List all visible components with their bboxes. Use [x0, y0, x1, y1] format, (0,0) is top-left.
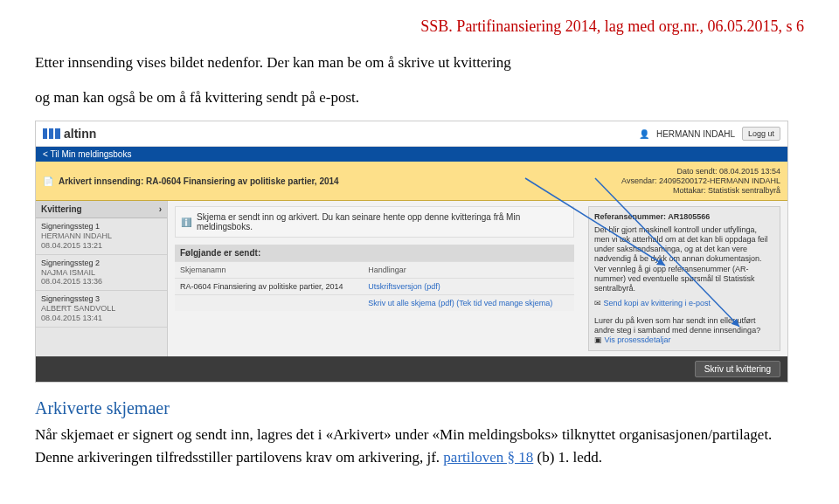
archive-title: Arkivert innsending: RA-0604 Finansierin…	[59, 176, 339, 186]
step-title: Signeringssteg 1	[41, 222, 162, 231]
step-ts: 08.04.2015 13:41	[41, 314, 162, 323]
schema-name-cell: RA-0604 Finansiering av politiske partie…	[175, 279, 363, 295]
meta-sender: Avsendar: 24095200172-HERMANN INDAHL	[621, 176, 780, 186]
body-text-a: Når skjemaet er signert og sendt inn, la…	[35, 426, 772, 466]
step-ts: 08.04.2015 13:36	[41, 277, 162, 287]
meta-sent: Dato sendt: 08.04.2015 13:54	[621, 167, 780, 176]
step-title: Signeringssteg 3	[41, 294, 162, 304]
body-text-c: (b) 1. ledd.	[537, 449, 603, 466]
step-name: NAJMA ISMAIL	[41, 268, 162, 278]
back-to-inbox-link[interactable]: < Til Min meldingsboks	[36, 147, 787, 162]
user-icon: 👤	[639, 129, 649, 139]
step-name: ALBERT SANDVOLL	[41, 304, 162, 314]
col-schema-name: Skjemanamn	[175, 262, 363, 279]
plus-icon: ▣	[594, 335, 602, 344]
partiloven-link[interactable]: partiloven § 18	[443, 449, 533, 466]
logout-button[interactable]: Logg ut	[742, 127, 780, 141]
signing-step-2[interactable]: Signeringssteg 2 NAJMA ISMAIL 08.04.2015…	[36, 255, 167, 291]
signing-step-3[interactable]: Signeringssteg 3 ALBERT SANDVOLL 08.04.2…	[36, 291, 167, 327]
signing-step-1[interactable]: Signeringssteg 1 HERMANN INDAHL 08.04.20…	[36, 218, 167, 254]
col-actions: Handlingar	[363, 262, 574, 279]
altinn-logo: altinn	[43, 127, 96, 141]
intro-line-2: og man kan også be om å få kvittering se…	[35, 86, 804, 109]
chevron-right-icon: ›	[159, 204, 162, 214]
altinn-logo-icon	[43, 128, 60, 139]
username: HERMANN INDAHL	[656, 129, 735, 139]
show-process-details-link[interactable]: Vis prosessdetaljar	[605, 335, 671, 344]
print-version-link[interactable]: Utskriftsversjon (pdf)	[368, 282, 440, 291]
table-row: RA-0604 Finansiering av politiske partie…	[175, 279, 574, 295]
meta-receiver: Mottakar: Statistisk sentralbyrå	[621, 186, 780, 196]
archive-icon: 📄	[43, 176, 53, 186]
altinn-logo-text: altinn	[64, 127, 96, 141]
step-title: Signeringssteg 2	[41, 259, 162, 268]
print-receipt-button[interactable]: Skriv ut kvittering	[695, 361, 780, 377]
process-question: Lurer du på kven som har sendt inn eller…	[594, 316, 774, 336]
info-text: Skjema er sendt inn og arkivert. Du kan …	[197, 212, 568, 231]
reference-number: Referansenummer: AR1805566	[594, 212, 774, 222]
step-name: HERMANN INDAHL	[41, 231, 162, 241]
print-all-link[interactable]: Skriv ut alle skjema (pdf) (Tek tid ved …	[368, 299, 552, 307]
intro-line-1: Etter innsending vises bildet nedenfor. …	[35, 52, 804, 74]
info-icon: ℹ️	[181, 217, 191, 227]
altinn-screenshot: altinn 👤 HERMANN INDAHL Logg ut < Til Mi…	[35, 121, 788, 383]
body-paragraph: Når skjemaet er signert og sendt inn, la…	[35, 424, 804, 468]
send-copy-link[interactable]: Send kopi av kvittering i e-post	[604, 299, 711, 307]
page-header: SSB. Partifinansiering 2014, lag med org…	[35, 17, 804, 36]
section-title-archived: Arkiverte skjemaer	[35, 398, 804, 418]
step-ts: 08.04.2015 13:21	[41, 241, 162, 251]
sidebar-title: Kvittering	[41, 204, 82, 214]
reference-body: Det blir gjort maskinell kontroll under …	[594, 225, 774, 294]
sent-header: Følgjande er sendt:	[175, 245, 574, 261]
mail-icon: ✉	[594, 299, 601, 307]
